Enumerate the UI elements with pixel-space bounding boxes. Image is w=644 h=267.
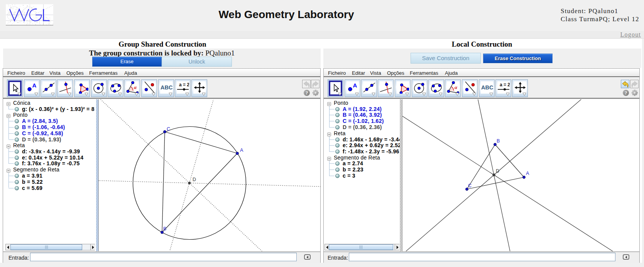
svg-text:?: ? [625,90,627,96]
svg-text:?: ? [306,90,308,96]
svg-text:B: B [163,226,166,232]
svg-text:α: α [134,84,137,90]
svg-text:D: D [193,177,196,182]
svg-text:A: A [526,171,529,176]
svg-text:B: B [497,138,500,144]
svg-text:A: A [240,148,243,153]
svg-text:α: α [455,84,458,90]
svg-text:C: C [167,126,170,132]
svg-text:a = 2: a = 2 [179,82,189,87]
svg-text:ABC: ABC [481,84,493,91]
svg-text:D: D [496,168,499,174]
svg-text:A: A [353,82,357,89]
svg-text:C: C [468,183,472,188]
svg-text:ABC: ABC [161,84,172,91]
svg-text:a = 2: a = 2 [500,82,510,87]
svg-text:A: A [32,82,37,89]
